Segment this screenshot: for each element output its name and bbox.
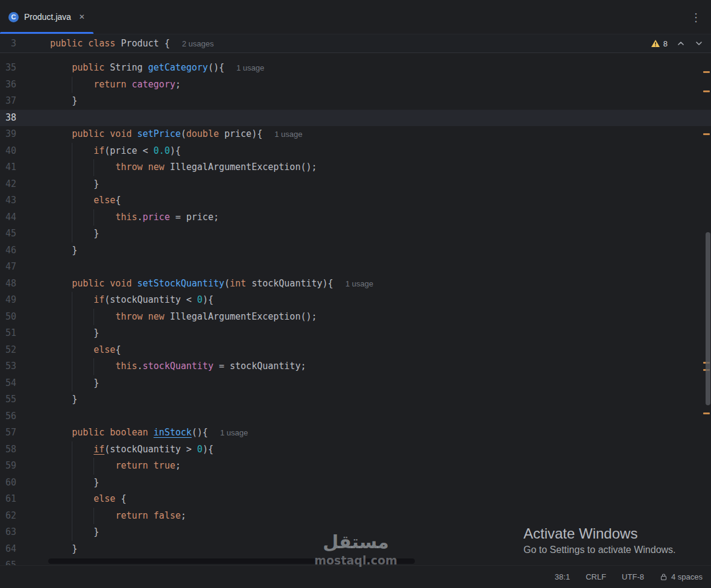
code-line[interactable]: 37 }: [0, 93, 711, 110]
sticky-declaration-line[interactable]: 3 public class Product { 2 usages 8: [0, 34, 711, 53]
indent-guide: [72, 508, 72, 525]
line-number[interactable]: 52: [0, 342, 16, 359]
line-number[interactable]: 58: [0, 441, 16, 458]
warnings-badge[interactable]: 8: [651, 39, 668, 48]
line-number[interactable]: 63: [0, 524, 16, 541]
code-line[interactable]: 62 return false;: [0, 508, 711, 525]
line-number[interactable]: 36: [0, 77, 16, 93]
active-tab-indicator: [0, 32, 93, 34]
prev-problem-icon[interactable]: [676, 39, 686, 48]
line-number[interactable]: 40: [0, 143, 16, 160]
code-line[interactable]: 39 public void setPrice(double price){1 …: [0, 126, 711, 143]
code-line[interactable]: 42 }: [0, 176, 711, 193]
indent-guide: [72, 159, 72, 176]
usages-hint[interactable]: 2 usages: [182, 39, 214, 48]
code-line[interactable]: 54 }: [0, 375, 711, 392]
line-number[interactable]: 59: [0, 458, 16, 475]
usages-hint[interactable]: 1 usage: [220, 428, 248, 437]
line-number[interactable]: 57: [0, 425, 16, 441]
line-number[interactable]: 38: [0, 110, 16, 127]
code-line[interactable]: 63 }: [0, 524, 711, 541]
code-line[interactable]: 50 throw new IllegalArgumentException();: [0, 309, 711, 326]
indent-widget[interactable]: 4 spaces: [660, 572, 703, 581]
warning-stripe-mark[interactable]: [703, 90, 710, 92]
code-line[interactable]: 60 }: [0, 475, 711, 492]
line-number[interactable]: 42: [0, 176, 16, 193]
code-line[interactable]: 44 this.price = price;: [0, 209, 711, 226]
usages-hint[interactable]: 1 usage: [274, 130, 302, 139]
usages-hint[interactable]: 1 usage: [236, 63, 264, 72]
code-line[interactable]: 64 }: [0, 541, 711, 558]
code-line[interactable]: 40 if(price < 0.0){: [0, 143, 711, 160]
line-separator[interactable]: CRLF: [586, 572, 606, 581]
code-line[interactable]: 55 }: [0, 391, 711, 408]
line-number[interactable]: 51: [0, 325, 16, 342]
sticky-code: public class Product {: [50, 38, 170, 49]
code-line[interactable]: 36 return category;: [0, 77, 711, 93]
code-line[interactable]: 61 else {: [0, 491, 711, 508]
line-number[interactable]: 43: [0, 192, 16, 209]
line-number[interactable]: 64: [0, 541, 16, 558]
warning-stripe-mark[interactable]: [703, 413, 710, 414]
warning-stripe-mark[interactable]: [703, 133, 710, 135]
more-options-icon[interactable]: ⋮: [681, 11, 711, 24]
code-token: throw new: [115, 162, 169, 172]
warning-stripe-mark[interactable]: [703, 71, 710, 73]
code-line[interactable]: 57 public boolean inStock(){1 usage: [0, 425, 711, 441]
code-line[interactable]: 48 public void setStockQuantity(int stoc…: [0, 276, 711, 292]
line-number[interactable]: 60: [0, 475, 16, 492]
code-line[interactable]: 47: [0, 259, 711, 276]
line-number[interactable]: 56: [0, 408, 16, 425]
code-token: 0: [197, 444, 203, 455]
close-icon[interactable]: ✕: [79, 13, 85, 21]
line-number[interactable]: 37: [0, 93, 16, 110]
code-line[interactable]: 35 public String getCategory(){1 usage: [0, 60, 711, 77]
code-token: if: [93, 294, 104, 305]
line-number[interactable]: 54: [0, 375, 16, 392]
tab-product-java[interactable]: C Product.java ✕: [0, 0, 93, 34]
code-line[interactable]: 41 throw new IllegalArgumentException();: [0, 159, 711, 176]
indent-guide: [72, 342, 72, 359]
code-token: stockQuantity: [143, 361, 213, 371]
line-number[interactable]: 46: [0, 242, 16, 259]
code-token: public class: [50, 38, 121, 49]
line-number[interactable]: 39: [0, 126, 16, 143]
line-number[interactable]: 47: [0, 259, 16, 276]
next-problem-icon[interactable]: [694, 39, 704, 48]
code-token: }: [93, 378, 99, 388]
usages-hint[interactable]: 1 usage: [346, 279, 373, 288]
encoding[interactable]: UTF-8: [622, 572, 644, 581]
line-number[interactable]: 62: [0, 508, 16, 525]
line-number[interactable]: 41: [0, 159, 16, 176]
code-line[interactable]: 45 }: [0, 226, 711, 242]
code-line[interactable]: 56: [0, 408, 711, 425]
vertical-scrollbar[interactable]: [706, 232, 710, 405]
line-number[interactable]: 53: [0, 358, 16, 375]
line-number[interactable]: 49: [0, 292, 16, 309]
tab-label: Product.java: [24, 12, 71, 22]
line-number[interactable]: 44: [0, 209, 16, 226]
line-number[interactable]: 65: [0, 557, 16, 565]
code-token: category: [131, 79, 175, 90]
code-token: double: [186, 128, 219, 139]
line-number[interactable]: 61: [0, 491, 16, 508]
line-number[interactable]: 45: [0, 226, 16, 242]
code-token: (stockQuantity <: [104, 294, 197, 305]
code-line[interactable]: 43 else{: [0, 192, 711, 209]
code-line[interactable]: 59 return true;: [0, 458, 711, 475]
code-line[interactable]: 58 if(stockQuantity > 0){: [0, 441, 711, 458]
code-line[interactable]: 52 else{: [0, 342, 711, 359]
current-code-line[interactable]: 38: [0, 110, 711, 127]
horizontal-scrollbar[interactable]: [48, 558, 415, 564]
caret-position[interactable]: 38:1: [555, 572, 570, 581]
line-number[interactable]: 35: [0, 60, 16, 77]
line-number[interactable]: 50: [0, 309, 16, 326]
code-line[interactable]: 51 }: [0, 325, 711, 342]
line-number[interactable]: 55: [0, 391, 16, 408]
code-line[interactable]: 49 if(stockQuantity < 0){: [0, 292, 711, 309]
code-line[interactable]: 53 this.stockQuantity = stockQuantity;: [0, 358, 711, 375]
code-token: price: [143, 212, 170, 223]
code-line[interactable]: 46 }: [0, 242, 711, 259]
line-number[interactable]: 48: [0, 276, 16, 292]
code-editor[interactable]: 35 public String getCategory(){1 usage36…: [0, 53, 711, 565]
